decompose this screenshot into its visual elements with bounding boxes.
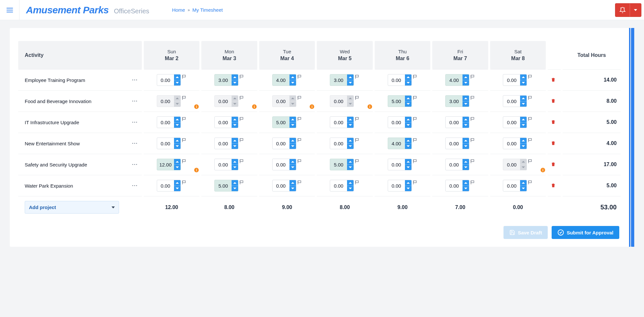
hours-spinner[interactable] [157,116,181,128]
hours-input[interactable] [215,117,232,128]
step-down-button[interactable] [347,80,354,86]
step-up-button[interactable] [520,96,527,101]
hours-input[interactable] [446,117,463,128]
hours-input[interactable] [330,96,347,107]
comment-flag-icon[interactable] [240,138,244,142]
step-up-button[interactable] [405,117,411,123]
delete-row-button[interactable] [549,97,557,105]
step-up-button[interactable] [289,117,296,123]
step-down-button[interactable] [174,186,181,192]
hours-input[interactable] [157,96,174,107]
hours-input[interactable] [330,159,347,170]
info-badge-icon[interactable]: i [310,104,314,109]
hours-spinner[interactable] [503,74,527,86]
step-up-button[interactable] [463,117,469,123]
hours-spinner[interactable] [503,159,527,170]
step-down-button[interactable] [463,80,469,86]
hours-spinner[interactable] [272,116,296,128]
hours-input[interactable] [330,180,347,191]
hours-spinner[interactable] [445,116,469,128]
step-up-button[interactable] [232,180,238,186]
step-up-button[interactable] [174,117,181,123]
nav-toggle-button[interactable] [0,0,20,20]
step-up-button[interactable] [232,117,238,123]
hours-spinner[interactable] [157,159,181,170]
step-up-button[interactable] [463,96,469,101]
comment-flag-icon[interactable] [471,117,475,121]
comment-flag-icon[interactable] [528,117,533,121]
row-menu-button[interactable]: ··· [131,97,139,105]
comment-flag-icon[interactable] [471,180,475,184]
hours-spinner[interactable] [214,116,238,128]
step-up-button[interactable] [289,138,296,144]
comment-flag-icon[interactable] [182,96,187,100]
step-up-button[interactable] [405,96,411,101]
step-down-button[interactable] [232,101,238,107]
step-up-button[interactable] [520,74,527,80]
step-up-button[interactable] [174,138,181,144]
hours-spinner[interactable] [503,138,527,149]
hours-spinner[interactable] [272,138,296,149]
add-project-button[interactable]: Add project [25,201,119,214]
step-up-button[interactable] [289,159,296,165]
info-badge-icon[interactable]: i [368,104,372,109]
hours-input[interactable] [388,159,405,170]
comment-flag-icon[interactable] [240,75,244,79]
hours-input[interactable] [503,117,520,128]
step-down-button[interactable] [232,123,238,128]
step-down-button[interactable] [347,165,354,170]
row-menu-button[interactable]: ··· [131,118,139,126]
step-down-button[interactable] [174,144,181,149]
step-down-button[interactable] [347,101,354,107]
step-down-button[interactable] [463,165,469,170]
comment-flag-icon[interactable] [528,96,533,100]
comment-flag-icon[interactable] [471,159,475,163]
step-down-button[interactable] [289,123,296,128]
hours-input[interactable] [388,74,405,86]
hours-spinner[interactable] [330,116,354,128]
hours-input[interactable] [503,159,520,170]
delete-row-button[interactable] [549,118,557,126]
step-up-button[interactable] [520,117,527,123]
hours-input[interactable] [503,96,520,107]
hours-spinner[interactable] [272,95,296,107]
hours-spinner[interactable] [388,138,412,149]
step-down-button[interactable] [289,165,296,170]
comment-flag-icon[interactable] [355,138,360,142]
hours-spinner[interactable] [330,138,354,149]
hours-input[interactable] [157,180,174,191]
step-down-button[interactable] [232,80,238,86]
hours-input[interactable] [215,138,232,149]
comment-flag-icon[interactable] [413,117,418,121]
hours-input[interactable] [503,180,520,191]
step-down-button[interactable] [289,144,296,149]
step-down-button[interactable] [289,101,296,107]
comment-flag-icon[interactable] [298,159,302,163]
hours-spinner[interactable] [157,74,181,86]
delete-row-button[interactable] [549,76,557,84]
save-draft-button[interactable]: Save Draft [503,226,548,239]
hours-spinner[interactable] [272,159,296,170]
step-down-button[interactable] [520,165,527,170]
step-up-button[interactable] [347,96,354,101]
step-down-button[interactable] [347,144,354,149]
comment-flag-icon[interactable] [240,96,244,100]
comment-flag-icon[interactable] [182,138,187,142]
delete-row-button[interactable] [549,139,557,148]
step-up-button[interactable] [232,74,238,80]
hours-spinner[interactable] [157,180,181,192]
hours-spinner[interactable] [388,74,412,86]
row-menu-button[interactable]: ··· [131,76,139,84]
hours-input[interactable] [273,96,289,107]
hours-input[interactable] [388,96,405,107]
comment-flag-icon[interactable] [471,75,475,79]
comment-flag-icon[interactable] [355,159,360,163]
step-down-button[interactable] [463,123,469,128]
hours-input[interactable] [215,180,232,191]
hours-input[interactable] [503,138,520,149]
hours-spinner[interactable] [503,116,527,128]
comment-flag-icon[interactable] [528,159,533,163]
hours-input[interactable] [157,74,174,86]
comment-flag-icon[interactable] [471,96,475,100]
hours-input[interactable] [446,159,463,170]
